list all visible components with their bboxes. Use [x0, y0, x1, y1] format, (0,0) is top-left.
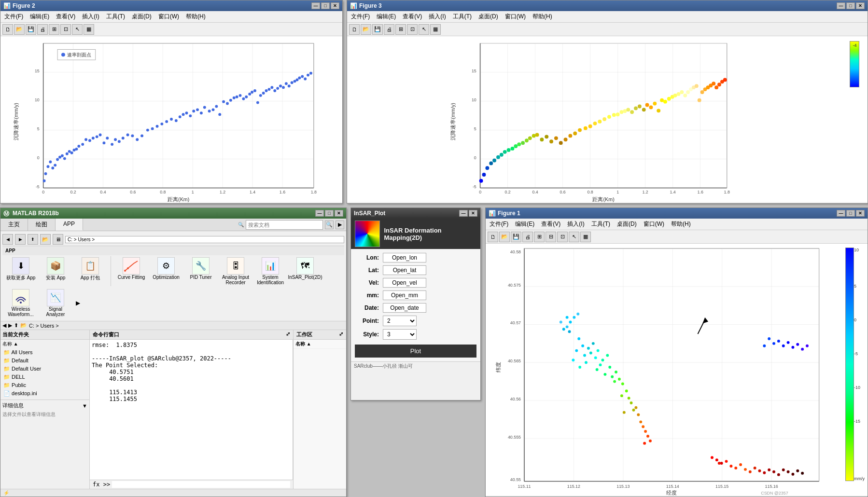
ribbon-desktop[interactable]: 🖥	[53, 234, 63, 245]
browse-icon[interactable]: 📂	[20, 322, 27, 329]
insar-lon-btn[interactable]: Open_lon	[383, 253, 426, 262]
fig3-open-icon[interactable]: 📂	[361, 24, 371, 35]
insar-style-select[interactable]: 3	[383, 329, 417, 340]
fig3-menu-file[interactable]: 文件(F)	[349, 12, 372, 21]
command-input[interactable]	[112, 481, 290, 488]
ribbon-browse[interactable]: 📂	[40, 234, 51, 245]
fig1-close[interactable]: ✕	[856, 210, 865, 217]
fig1-minimize[interactable]: —	[837, 210, 845, 217]
insar-point-select[interactable]: 2	[383, 316, 417, 326]
fig1-menu-view[interactable]: 查看(V)	[539, 220, 562, 229]
fig3-save-icon[interactable]: 💾	[372, 24, 383, 35]
app-analog-input[interactable]: 🎛 Analog Input Recorder	[219, 256, 252, 286]
insar-minimize[interactable]: —	[459, 210, 468, 217]
fig2-open-icon[interactable]: 📂	[14, 24, 25, 35]
fig2-print-icon[interactable]: 🖨	[37, 24, 48, 35]
command-win-expand[interactable]: ⤢	[286, 331, 290, 338]
fig3-layout-icon[interactable]: ▦	[430, 24, 441, 35]
search-btn[interactable]: 🔍	[325, 221, 334, 229]
fig2-menu-insert[interactable]: 插入(I)	[80, 12, 101, 21]
address-bar[interactable]: C: > Users >	[65, 236, 344, 243]
matlab-close[interactable]: ✕	[335, 210, 343, 217]
sidebar-all-users[interactable]: 📁 All Users	[0, 348, 89, 357]
fig1-layout-icon[interactable]: ▦	[580, 232, 591, 242]
fig2-save-icon[interactable]: 💾	[26, 24, 36, 35]
fig3-new-icon[interactable]: 🗋	[349, 24, 360, 35]
fig1-menu-desktop[interactable]: 桌面(D)	[615, 220, 639, 229]
insar-close[interactable]: ✕	[469, 210, 477, 217]
tab-app[interactable]: APP	[56, 219, 83, 231]
fig2-layout-icon[interactable]: ▦	[84, 24, 94, 35]
fig1-zoom-icon[interactable]: ⊞	[534, 232, 545, 242]
matlab-minimize[interactable]: —	[315, 210, 324, 217]
fig3-menu-view[interactable]: 查看(V)	[401, 12, 424, 21]
workspace-expand[interactable]: ⤢	[339, 331, 343, 338]
fig1-cursor-icon[interactable]: ↖	[569, 232, 579, 242]
sidebar-public[interactable]: 📁 Public	[0, 381, 89, 389]
fig1-print-icon[interactable]: 🖨	[522, 232, 533, 242]
insar-mm-btn[interactable]: Open_mm	[383, 290, 426, 300]
fig2-maximize[interactable]: □	[321, 2, 330, 9]
fig3-menu-insert[interactable]: 插入(I)	[427, 12, 448, 21]
ribbon-forward[interactable]: ▶	[15, 234, 26, 245]
sidebar-desktop-ini[interactable]: 📄 desktop.ini	[0, 389, 89, 398]
fig1-maximize[interactable]: □	[846, 210, 855, 217]
more-apps-arrow[interactable]: ▶	[74, 288, 82, 318]
ribbon-up[interactable]: ⬆	[28, 234, 38, 245]
fig2-menu-view[interactable]: 查看(V)	[54, 12, 77, 21]
nav-back-icon[interactable]: ◀	[2, 322, 6, 329]
fig2-menu-edit[interactable]: 编辑(E)	[28, 12, 51, 21]
insar-vel-btn[interactable]: Open_vel	[383, 278, 426, 288]
insar-date-btn[interactable]: Open_date	[383, 303, 426, 313]
fig2-pan-icon[interactable]: ⊡	[60, 24, 71, 35]
fig1-menu-insert[interactable]: 插入(I)	[565, 220, 586, 229]
fig2-close[interactable]: ✕	[331, 2, 339, 9]
app-system-id[interactable]: 📊 System Identification	[254, 256, 287, 286]
fig2-menu-tools[interactable]: 工具(T)	[104, 12, 127, 21]
fig3-menu-help[interactable]: 帮助(H)	[531, 12, 554, 21]
fig3-menu-edit[interactable]: 编辑(E)	[375, 12, 398, 21]
fig3-close[interactable]: ✕	[856, 2, 865, 9]
nav-up-icon[interactable]: ⬆	[14, 322, 18, 329]
fig3-pan-icon[interactable]: ⊡	[407, 24, 418, 35]
fig1-save-icon[interactable]: 💾	[511, 232, 521, 242]
command-output[interactable]: rmse: 1.8375 -----InSAR_plot @SARclub@23…	[90, 340, 293, 480]
insar-plot-btn[interactable]: Plot	[355, 345, 476, 358]
app-wireless[interactable]: Wireless Waveform...	[4, 288, 37, 318]
fig1-new-icon[interactable]: 🗋	[488, 232, 498, 242]
matlab-maximize[interactable]: □	[325, 210, 334, 217]
detail-expand[interactable]: ▼	[82, 403, 87, 409]
tab-plot[interactable]: 绘图	[28, 219, 56, 231]
fig2-menu-help[interactable]: 帮助(H)	[184, 12, 208, 21]
fig3-minimize[interactable]: —	[837, 2, 845, 9]
sidebar-default[interactable]: 📁 Default	[0, 357, 89, 365]
fig3-print-icon[interactable]: 🖨	[384, 24, 394, 35]
app-package[interactable]: 📋 App 打包	[74, 256, 107, 286]
app-signal-analyzer[interactable]: 📉 Signal Analyzer	[39, 288, 72, 318]
app-install[interactable]: 📦 安装 App	[39, 256, 72, 286]
tab-home[interactable]: 主页	[0, 219, 28, 231]
fig3-menu-desktop[interactable]: 桌面(D)	[476, 12, 500, 21]
fig2-minimize[interactable]: —	[311, 2, 320, 9]
fig3-cursor-icon[interactable]: ↖	[419, 24, 429, 35]
fig1-menu-file[interactable]: 文件(F)	[488, 220, 510, 229]
fig3-menu-tools[interactable]: 工具(T)	[451, 12, 474, 21]
fig2-cursor-icon[interactable]: ↖	[72, 24, 83, 35]
fig1-zoom2-icon[interactable]: ⊟	[546, 232, 556, 242]
sidebar-default-user[interactable]: 📁 Default User	[0, 365, 89, 373]
fig1-menu-help[interactable]: 帮助(H)	[669, 220, 693, 229]
fig2-new-icon[interactable]: 🗋	[2, 24, 13, 35]
nav-forward-icon[interactable]: ▶	[8, 322, 12, 329]
sidebar-dell[interactable]: 📁 DELL	[0, 373, 89, 381]
fig2-zoom-icon[interactable]: ⊞	[49, 24, 59, 35]
fig3-menu-window[interactable]: 窗口(W)	[503, 12, 528, 21]
fig1-open-icon[interactable]: 📂	[499, 232, 510, 242]
fig1-menu-tools[interactable]: 工具(T)	[589, 220, 612, 229]
fig2-menu-file[interactable]: 文件(F)	[2, 12, 25, 21]
app-curve-fitting[interactable]: Curve Fitting	[115, 256, 148, 286]
fig3-maximize[interactable]: □	[846, 2, 855, 9]
search-input[interactable]	[246, 220, 323, 230]
app-pid-tuner[interactable]: 🔧 PID Tuner	[184, 256, 217, 286]
app-get-more[interactable]: ⬇ 获取更多 App	[4, 256, 37, 286]
fig2-menu-window[interactable]: 窗口(W)	[156, 12, 181, 21]
